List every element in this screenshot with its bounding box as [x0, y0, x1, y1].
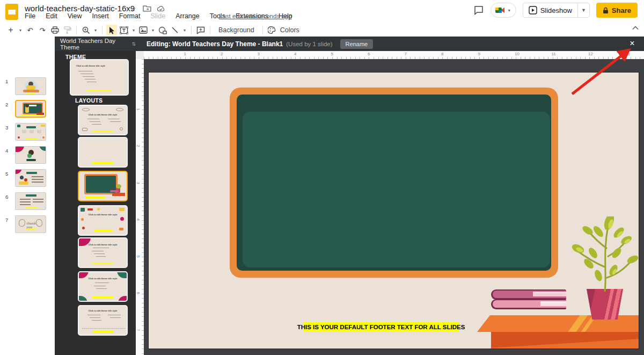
menu-slide: Slide — [150, 12, 165, 20]
slide-number: 4 — [5, 148, 13, 154]
slide-number: 7 — [5, 217, 13, 223]
books-graphic[interactable] — [491, 289, 566, 309]
slideshow-button[interactable]: Slideshow ▼ — [523, 3, 590, 18]
hide-menus-icon[interactable] — [632, 26, 639, 30]
last-edit-link[interactable]: Last edit was seconds ago — [219, 13, 292, 19]
slides-logo-icon[interactable] — [5, 4, 18, 20]
slide-number: 6 — [5, 194, 13, 200]
filmstrip-slide-4[interactable] — [15, 146, 46, 164]
insert-shape-button[interactable] — [157, 25, 168, 35]
select-tool-button[interactable] — [106, 25, 117, 35]
theme-layouts-panel: THEME Click to edit theme title style LA… — [55, 51, 136, 355]
slide-editing-surface[interactable]: THIS IS YOUR DEFAULT FOOTER TEXT FOR ALL… — [149, 73, 639, 349]
app-header: world-teachers-day-static-16x9 ☆ File Ed… — [0, 0, 644, 24]
zoom-caret-icon[interactable]: ▾ — [93, 28, 98, 33]
slide-number: 3 — [5, 125, 13, 131]
filmstrip-slide-6[interactable] — [15, 192, 46, 210]
palette-icon[interactable] — [267, 25, 277, 35]
menu-edit[interactable]: Edit — [46, 12, 57, 20]
paint-format-button — [62, 25, 72, 35]
filmstrip-slide-3[interactable] — [15, 123, 46, 141]
filmstrip-slide-1[interactable] — [15, 77, 46, 95]
filmstrip-slide-2-selected[interactable] — [15, 100, 46, 118]
slide-filmstrip: 1 2 3 4 — [0, 37, 55, 355]
insert-image-caret-icon[interactable]: ▾ — [150, 28, 156, 33]
toolbar: + ▾ ↶ ↷ ▾ ▾ ▾ ▾ — [0, 24, 644, 37]
theme-editor-bar: World Teachers Day Theme ⇅ Editing: Worl… — [55, 37, 644, 51]
vertical-ruler[interactable]: 1234567 — [136, 59, 144, 355]
plant-leaves-graphic[interactable] — [561, 216, 639, 292]
redo-button[interactable]: ↷ — [37, 25, 48, 35]
menu-insert[interactable]: Insert — [92, 12, 109, 20]
layout-thumbnail-7[interactable]: Click to edit theme title style — [78, 305, 128, 336]
slide-number: 1 — [5, 78, 13, 84]
layouts-section-label: LAYOUTS — [75, 97, 103, 104]
lock-icon — [603, 7, 609, 14]
slide-number: 5 — [5, 171, 13, 177]
sort-arrows-icon: ⇅ — [131, 41, 136, 47]
layout-thumbnail-1[interactable]: Click to edit theme title style — [78, 105, 128, 135]
cloud-status-icon[interactable] — [157, 4, 165, 13]
text-box-caret-icon[interactable]: ▾ — [131, 28, 136, 33]
google-slides-app: world-teachers-day-static-16x9 ☆ File Ed… — [0, 0, 644, 355]
used-by-label: (Used by 1 slide) — [286, 41, 332, 47]
slide-footer-text[interactable]: THIS IS YOUR DEFAULT FOOTER TEXT FOR ALL… — [303, 322, 459, 331]
share-button[interactable]: Share — [596, 3, 638, 18]
slide-number: 2 — [5, 102, 13, 107]
close-theme-editor-button[interactable]: × — [627, 38, 638, 49]
colors-button[interactable]: Colors — [279, 25, 304, 35]
rename-button[interactable]: Rename — [340, 39, 374, 49]
layout-thumbnail-2[interactable] — [78, 137, 128, 168]
menu-file[interactable]: File — [25, 12, 35, 20]
print-button[interactable] — [49, 25, 60, 35]
meet-caret-icon: ▾ — [507, 8, 512, 13]
background-button[interactable]: Background — [214, 25, 259, 35]
horizontal-ruler[interactable]: 12345678910111213 — [144, 51, 644, 59]
filmstrip-slide-7[interactable]: thank you — [15, 215, 46, 233]
theme-name-dropdown[interactable]: World Teachers Day Theme ⇅ — [55, 38, 136, 50]
move-folder-icon[interactable] — [143, 4, 151, 13]
desk-body-graphic[interactable] — [491, 332, 639, 349]
meet-button[interactable]: ▾ — [491, 3, 516, 18]
present-icon — [529, 6, 537, 15]
new-slide-caret-icon[interactable]: ▾ — [18, 28, 23, 33]
zoom-button[interactable] — [80, 25, 91, 35]
layout-thumbnail-3-selected[interactable] — [78, 171, 128, 201]
comments-icon[interactable] — [473, 5, 484, 16]
filmstrip-slide-5[interactable] — [15, 169, 46, 187]
text-box-button[interactable] — [119, 25, 129, 35]
slideshow-caret-icon[interactable]: ▼ — [578, 8, 589, 13]
add-comment-button[interactable] — [195, 25, 206, 35]
undo-button[interactable]: ↶ — [25, 25, 35, 35]
layout-thumbnail-5[interactable]: Click to edit theme title style — [78, 237, 128, 268]
menu-arrange[interactable]: Arrange — [175, 12, 199, 20]
menu-format[interactable]: Format — [119, 12, 141, 20]
insert-line-button[interactable] — [170, 25, 180, 35]
star-icon[interactable]: ☆ — [129, 4, 137, 13]
ruler-corner — [136, 51, 144, 59]
layout-thumbnail-6[interactable]: Click to edit theme title style — [78, 271, 128, 302]
new-slide-button[interactable]: + — [5, 25, 16, 35]
plant-pot-graphic[interactable] — [585, 289, 625, 320]
menu-view[interactable]: View — [68, 12, 82, 20]
theme-master-thumbnail[interactable]: Click to edit theme title style — [70, 59, 129, 96]
insert-line-caret-icon[interactable]: ▾ — [182, 28, 187, 33]
editing-title: Editing: World Teachers Day Theme - Blan… — [147, 40, 283, 48]
insert-image-button[interactable] — [138, 25, 149, 35]
document-title[interactable]: world-teachers-day-static-16x9 — [25, 4, 135, 13]
chalkboard-graphic[interactable] — [230, 88, 558, 278]
layout-thumbnail-4[interactable]: Click to edit theme title style — [78, 205, 128, 236]
